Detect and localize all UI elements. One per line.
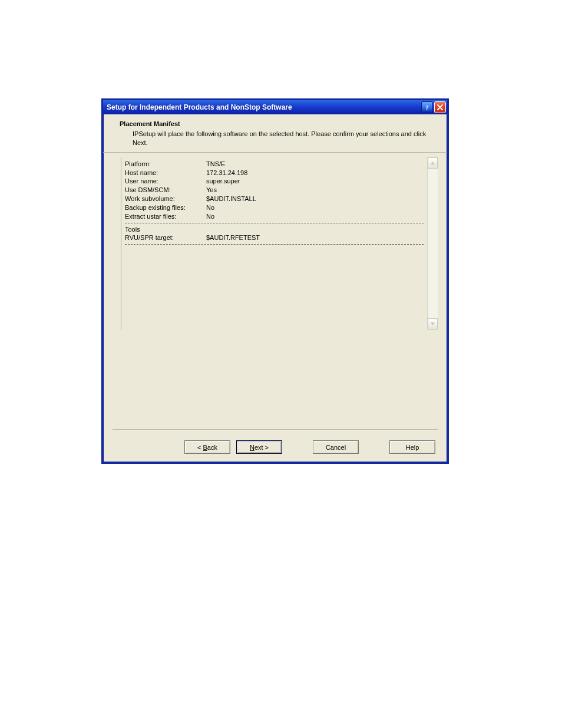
- manifest-label: Backup existing files:: [125, 203, 206, 212]
- page-description: IPSetup will place the following softwar…: [133, 130, 427, 147]
- manifest-view: Platform: TNS/E Host name: 172.31.24.198…: [121, 157, 438, 330]
- back-mnemonic: B: [203, 444, 207, 451]
- manifest-label: Extract ustar files:: [125, 212, 206, 221]
- page-root: Setup for Independent Products and NonSt…: [0, 0, 562, 728]
- close-icon[interactable]: [434, 101, 446, 113]
- titlebar: Setup for Independent Products and NonSt…: [103, 100, 447, 114]
- page-title: Placement Manifest: [120, 120, 434, 127]
- window-title: Setup for Independent Products and NonSt…: [107, 103, 292, 111]
- help-icon[interactable]: ?: [421, 101, 433, 113]
- divider: [125, 244, 424, 245]
- manifest-label: User name:: [125, 177, 206, 186]
- manifest-value: Yes: [206, 186, 217, 195]
- manifest-row: Work subvolume: $AUDIT.INSTALL: [125, 195, 424, 203]
- manifest-row: User name: super.super: [125, 177, 424, 186]
- manifest-row: RVU/SPR target: $AUDIT.RFETEST: [125, 233, 424, 242]
- manifest-value: 172.31.24.198: [206, 169, 247, 177]
- manifest-label: Work subvolume:: [125, 195, 206, 203]
- manifest-value: No: [206, 203, 214, 212]
- back-prefix: <: [197, 444, 203, 451]
- back-button[interactable]: < Back: [184, 440, 230, 454]
- svg-text:?: ?: [425, 104, 429, 111]
- cancel-button[interactable]: Cancel: [313, 440, 359, 454]
- manifest-label: Use DSM/SCM:: [125, 186, 206, 195]
- manifest-value: No: [206, 212, 214, 221]
- separator: [113, 430, 438, 430]
- manifest-value: $AUDIT.RFETEST: [206, 233, 260, 242]
- scroll-up-icon[interactable]: [428, 157, 438, 169]
- manifest-row: Use DSM/SCM: Yes: [125, 186, 424, 195]
- scrollbar[interactable]: [427, 157, 438, 330]
- titlebar-controls: ?: [421, 101, 446, 113]
- manifest-value: TNS/E: [206, 160, 225, 169]
- manifest-label: Platform:: [125, 160, 206, 169]
- scrollbar-track[interactable]: [428, 169, 438, 318]
- manifest-label: RVU/SPR target:: [125, 233, 206, 242]
- manifest-section-title: Tools: [125, 225, 424, 234]
- manifest-text: Platform: TNS/E Host name: 172.31.24.198…: [121, 157, 427, 330]
- manifest-container: Platform: TNS/E Host name: 172.31.24.198…: [103, 153, 447, 330]
- manifest-row: Platform: TNS/E: [125, 160, 424, 169]
- scroll-down-icon[interactable]: [428, 318, 438, 330]
- manifest-row: Host name: 172.31.24.198: [125, 169, 424, 177]
- manifest-label: Host name:: [125, 169, 206, 177]
- button-row: < Back Next > Cancel Help: [184, 440, 435, 454]
- back-rest: ack: [207, 444, 217, 451]
- manifest-value: $AUDIT.INSTALL: [206, 195, 256, 203]
- header-area: Placement Manifest IPSetup will place th…: [103, 114, 447, 153]
- divider: [125, 223, 424, 223]
- next-button[interactable]: Next >: [236, 440, 282, 454]
- manifest-label: Tools: [125, 225, 206, 234]
- next-mnemonic: N: [250, 444, 254, 451]
- help-button[interactable]: Help: [389, 440, 435, 454]
- manifest-row: Extract ustar files: No: [125, 212, 424, 221]
- manifest-value: super.super: [206, 177, 240, 186]
- next-rest: ext >: [254, 444, 269, 451]
- dialog-window: Setup for Independent Products and NonSt…: [101, 98, 449, 464]
- manifest-row: Backup existing files: No: [125, 203, 424, 212]
